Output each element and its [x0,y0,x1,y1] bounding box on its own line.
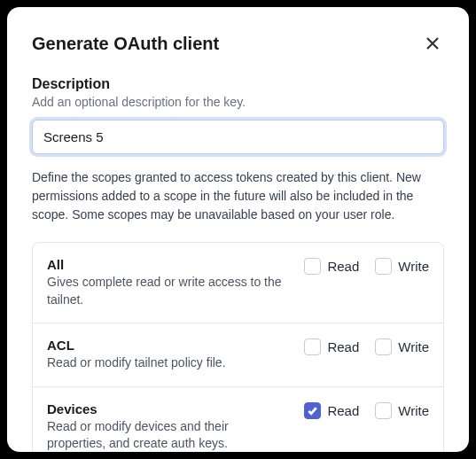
read-label: Read [327,403,359,418]
read-checkbox[interactable] [304,258,321,275]
close-icon [425,35,441,51]
dialog-title: Generate OAuth client [32,34,219,54]
write-group: Write [375,338,429,355]
read-group: Read [304,258,359,275]
write-label: Write [398,339,429,354]
write-checkbox[interactable] [375,338,392,355]
read-group: Read [304,402,359,419]
description-hint: Add an optional description for the key. [32,95,444,109]
scope-row-all: All Gives complete read or write access … [33,243,443,323]
read-checkbox[interactable] [304,402,321,419]
scope-name: All [47,257,290,272]
description-label: Description [32,76,444,92]
scope-row-acl: ACL Read or modify tailnet policy file. … [33,323,443,387]
scopes-hint: Define the scopes granted to access toke… [32,168,444,224]
scope-info: All Gives complete read or write access … [47,257,304,308]
scope-desc: Read or modify devices and their propert… [47,418,290,452]
scope-row-devices: Devices Read or modify devices and their… [33,387,443,452]
scope-controls: Read Write [304,338,429,355]
oauth-dialog: Generate OAuth client Description Add an… [7,7,469,452]
write-checkbox[interactable] [375,402,392,419]
write-group: Write [375,258,429,275]
scope-info: Devices Read or modify devices and their… [47,401,304,452]
scopes-list: All Gives complete read or write access … [32,242,444,452]
write-label: Write [398,259,429,274]
write-checkbox[interactable] [375,258,392,275]
scope-desc: Gives complete read or write access to t… [47,274,290,308]
dialog-header: Generate OAuth client [32,32,444,55]
read-label: Read [327,339,359,354]
write-label: Write [398,403,429,418]
checkmark-icon [307,405,318,416]
write-group: Write [375,402,429,419]
scope-desc: Read or modify tailnet policy file. [47,354,290,372]
read-group: Read [304,338,359,355]
description-input[interactable] [32,120,444,154]
scope-controls: Read Write [304,401,429,419]
read-label: Read [327,259,359,274]
scope-info: ACL Read or modify tailnet policy file. [47,338,304,372]
scope-controls: Read Write [304,257,429,275]
scope-name: Devices [47,401,290,416]
scope-name: ACL [47,338,290,353]
close-button[interactable] [421,32,444,55]
read-checkbox[interactable] [304,338,321,355]
